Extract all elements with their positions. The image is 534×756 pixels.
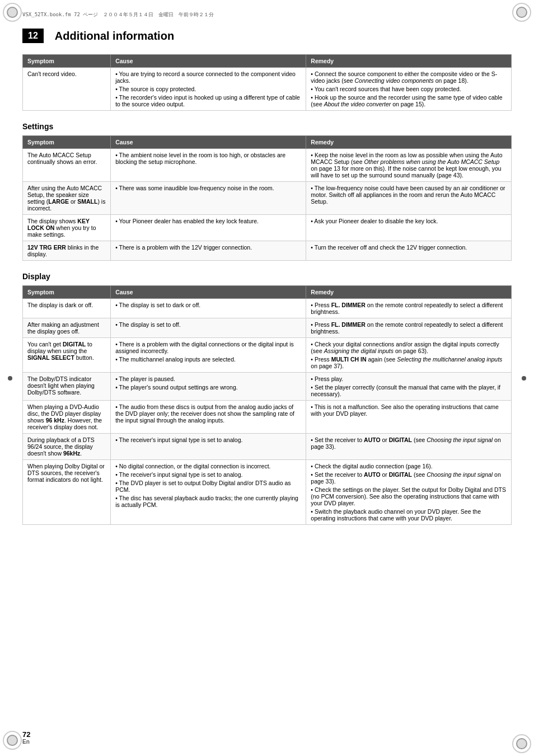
- col-remedy-3: Remedy: [306, 286, 512, 299]
- cause-cell: • The ambient noise level in the room is…: [111, 149, 306, 182]
- table-row: Can't record video. • You are trying to …: [23, 68, 512, 111]
- table-row: The display shows KEY LOCK ON when you t…: [23, 215, 512, 241]
- cause-cell: • The display is set to off.: [111, 318, 306, 338]
- cause-cell: • The audio from these discs is output f…: [111, 401, 306, 434]
- table-row: When playing a DVD-Audio disc, the DVD p…: [23, 401, 512, 434]
- corner-decoration-tr: [509, 3, 531, 25]
- video-recording-table: Symptom Cause Remedy Can't record video.…: [22, 54, 512, 111]
- col-symptom-1: Symptom: [23, 55, 111, 68]
- symptom-cell: When playing Dolby Digital or DTS source…: [23, 460, 111, 525]
- table-row: When playing Dolby Digital or DTS source…: [23, 460, 512, 525]
- cause-cell: • No digital connection, or the digital …: [111, 460, 306, 525]
- remedy-cell: • Check your digital connections and/or …: [306, 338, 512, 373]
- cause-cell: • There is a problem with the digital co…: [111, 338, 306, 373]
- remedy-cell: • Set the receiver to AUTO or DIGITAL (s…: [306, 434, 512, 460]
- page-number-area: 72 En: [22, 730, 30, 745]
- symptom-cell: The display shows KEY LOCK ON when you t…: [23, 215, 111, 241]
- table-row: During playback of a DTS 96/24 source, t…: [23, 434, 512, 460]
- col-cause-2: Cause: [111, 136, 306, 149]
- remedy-cell: • Connect the source component to either…: [306, 68, 512, 111]
- table-row: You can't get DIGITAL to display when us…: [23, 338, 512, 373]
- col-cause-3: Cause: [111, 286, 306, 299]
- symptom-cell: Can't record video.: [23, 68, 111, 111]
- symptom-cell: The Dolby/DTS indicator doesn't light wh…: [23, 373, 111, 401]
- col-symptom-3: Symptom: [23, 286, 111, 299]
- corner-decoration-tl: [3, 3, 25, 25]
- remedy-cell: • Press FL. DIMMER on the remote control…: [306, 318, 512, 338]
- remedy-cell: • Ask your Pioneer dealer to disable the…: [306, 215, 512, 241]
- symptom-cell: During playback of a DTS 96/24 source, t…: [23, 434, 111, 460]
- remedy-cell: • Check the digital audio connection (pa…: [306, 460, 512, 525]
- remedy-cell: • Turn the receiver off and check the 12…: [306, 241, 512, 261]
- meta-line: VSX_52TX.book.fm 72 ページ ２００４年５月１４日 金曜日 午…: [22, 11, 512, 18]
- symptom-cell: You can't get DIGITAL to display when us…: [23, 338, 111, 373]
- cause-cell: • There was some inaudible low-frequency…: [111, 182, 306, 215]
- col-symptom-2: Symptom: [23, 136, 111, 149]
- display-heading: Display: [22, 272, 512, 281]
- page-header: 12 Additional information: [22, 29, 512, 43]
- chapter-number: 12: [22, 29, 44, 43]
- page-wrapper: VSX_52TX.book.fm 72 ページ ２００４年５月１４日 金曜日 午…: [0, 0, 534, 756]
- left-crosshair: [8, 376, 12, 381]
- symptom-cell: The Auto MCACC Setup continually shows a…: [23, 149, 111, 182]
- cause-cell: • Your Pioneer dealer has enabled the ke…: [111, 215, 306, 241]
- table-row: 12V TRG ERR blinks in the display. • The…: [23, 241, 512, 261]
- settings-heading: Settings: [22, 122, 512, 131]
- table-row: The Dolby/DTS indicator doesn't light wh…: [23, 373, 512, 401]
- symptom-cell: When playing a DVD-Audio disc, the DVD p…: [23, 401, 111, 434]
- table-row: After making an adjustment the display g…: [23, 318, 512, 338]
- cause-cell: • The player is paused. • The player's s…: [111, 373, 306, 401]
- page-lang: En: [22, 739, 30, 745]
- table-row: The display is dark or off. • The displa…: [23, 299, 512, 318]
- symptom-cell: 12V TRG ERR blinks in the display.: [23, 241, 111, 261]
- table-row: After using the Auto MCACC Setup, the sp…: [23, 182, 512, 215]
- page-title: Additional information: [49, 30, 174, 43]
- table-row: The Auto MCACC Setup continually shows a…: [23, 149, 512, 182]
- cause-cell: • The receiver's input signal type is se…: [111, 434, 306, 460]
- settings-table: Symptom Cause Remedy The Auto MCACC Setu…: [22, 135, 512, 261]
- remedy-cell: • Press FL. DIMMER on the remote control…: [306, 299, 512, 318]
- symptom-cell: After making an adjustment the display g…: [23, 318, 111, 338]
- remedy-cell: • Keep the noise level in the room as lo…: [306, 149, 512, 182]
- corner-decoration-br: [509, 731, 531, 753]
- cause-cell: • You are trying to record a source conn…: [111, 68, 306, 111]
- col-cause-1: Cause: [111, 55, 306, 68]
- right-crosshair: [522, 376, 526, 381]
- cause-cell: • There is a problem with the 12V trigge…: [111, 241, 306, 261]
- page-number: 72: [22, 730, 30, 739]
- symptom-cell: The display is dark or off.: [23, 299, 111, 318]
- corner-decoration-bl: [3, 731, 25, 753]
- display-table: Symptom Cause Remedy The display is dark…: [22, 285, 512, 525]
- remedy-cell: • The low-frequency noise could have bee…: [306, 182, 512, 215]
- remedy-cell: • This is not a malfunction. See also th…: [306, 401, 512, 434]
- cause-cell: • The display is set to dark or off.: [111, 299, 306, 318]
- col-remedy-2: Remedy: [306, 136, 512, 149]
- symptom-cell: After using the Auto MCACC Setup, the sp…: [23, 182, 111, 215]
- remedy-cell: • Press play. • Set the player correctly…: [306, 373, 512, 401]
- col-remedy-1: Remedy: [306, 55, 512, 68]
